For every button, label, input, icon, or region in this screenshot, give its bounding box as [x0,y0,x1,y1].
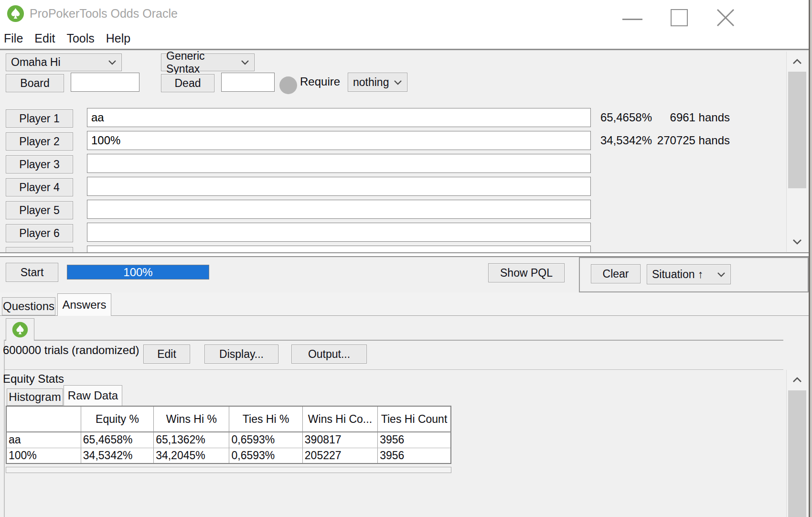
show-pql-button[interactable]: Show PQL [488,263,565,282]
output-button-label: Output... [308,348,350,361]
menu-tools[interactable]: Tools [66,32,94,45]
setup-scrollbar[interactable] [786,52,808,252]
output-button[interactable]: Output... [291,345,367,364]
show-pql-label: Show PQL [500,267,553,280]
game-select[interactable]: Omaha Hi [6,54,122,71]
player-4-input[interactable] [87,177,591,196]
player-1-button[interactable]: Player 1 [6,109,73,128]
game-select-value: Omaha Hi [11,56,61,69]
minimize-icon[interactable] [622,19,642,20]
equity-table-header-row: Equity % Wins Hi % Ties Hi % Wins Hi Co.… [6,406,451,432]
equity-table: Equity % Wins Hi % Ties Hi % Wins Hi Co.… [6,406,451,464]
dead-input[interactable] [221,73,275,92]
player-4-label: Player 4 [19,181,59,194]
app-window: ProPokerTools Odds Oracle File Edit Tool… [0,0,812,517]
player-7-input-clipped[interactable] [87,246,591,253]
board-input[interactable] [71,73,139,92]
require-indicator-icon [279,76,297,94]
board-button[interactable]: Board [6,74,64,92]
tab-questions[interactable]: Questions [2,297,55,315]
maximize-icon[interactable] [671,9,688,26]
player-2-input[interactable] [87,131,591,150]
col-wins-hi[interactable]: Wins Hi % [154,406,229,432]
edit-button-label: Edit [157,348,176,361]
answers-panel: 600000 trials (randomized) Edit Display.… [0,315,812,517]
cell-hand[interactable]: 100% [6,448,81,463]
answers-scrollbar[interactable] [786,370,808,517]
table-horizontal-scrollbar[interactable] [6,467,451,473]
progress-value: 100% [123,266,152,279]
player-2-button[interactable]: Player 2 [6,132,73,151]
situation-select[interactable]: Situation ↑ [647,264,731,284]
tab-histogram[interactable]: Histogram [7,388,63,406]
player-7-button-clipped[interactable] [6,247,73,253]
col-hand[interactable] [6,406,81,432]
start-button-label: Start [21,266,44,279]
require-select[interactable]: nothing [348,73,407,92]
player-2-equity: 34,5342% [590,133,652,148]
setup-scrollbar-thumb[interactable] [788,72,806,188]
display-button[interactable]: Display... [204,345,278,364]
cell-wins-hi-count[interactable]: 390817 [302,432,377,448]
result-tab[interactable] [6,318,34,341]
edit-button[interactable]: Edit [143,345,190,364]
cell-ties-hi-count[interactable]: 3956 [378,432,451,448]
syntax-select[interactable]: Generic Syntax [161,54,255,71]
cell-equity[interactable]: 34,5342% [81,448,153,463]
menu-help[interactable]: Help [106,32,130,45]
scroll-down-icon[interactable] [787,234,808,250]
require-label: Require [300,75,340,88]
setup-panel: Omaha Hi Generic Syntax Board Dead Requi… [0,50,812,253]
player-3-button[interactable]: Player 3 [6,155,73,173]
chevron-down-icon [108,60,117,65]
syntax-select-value: Generic Syntax [166,50,241,75]
tab-answers[interactable]: Answers [57,293,111,316]
player-5-label: Player 5 [19,204,59,217]
display-button-label: Display... [219,348,264,361]
start-button[interactable]: Start [6,263,58,282]
board-button-label: Board [20,77,49,90]
cell-ties-hi[interactable]: 0,6593% [229,432,302,448]
clear-button[interactable]: Clear [591,264,641,283]
col-ties-hi-count[interactable]: Ties Hi Count [378,406,451,432]
player-5-input[interactable] [87,200,591,219]
cell-ties-hi[interactable]: 0,6593% [229,448,302,463]
dead-button[interactable]: Dead [161,74,214,92]
col-wins-hi-count[interactable]: Wins Hi Co... [302,406,377,432]
cell-equity[interactable]: 65,4658% [81,432,153,448]
player-1-input[interactable] [87,108,591,127]
col-equity[interactable]: Equity % [81,406,153,432]
answers-scrollbar-thumb[interactable] [788,390,806,517]
situation-select-value: Situation ↑ [652,268,703,281]
player-4-button[interactable]: Player 4 [6,178,73,196]
app-logo-icon [7,5,24,22]
tab-answers-label: Answers [62,298,106,312]
player-6-label: Player 6 [19,227,59,240]
player-5-button[interactable]: Player 5 [6,201,73,219]
chevron-down-icon [717,272,726,277]
player-6-button[interactable]: Player 6 [6,224,73,242]
window-border-highlight [810,0,812,517]
cell-hand[interactable]: aa [6,432,81,448]
menu-file[interactable]: File [4,32,23,45]
title-bar: ProPokerTools Odds Oracle [0,0,812,29]
action-bar: Start 100% Show PQL Clear Situation ↑ [0,256,812,292]
menu-edit[interactable]: Edit [34,32,55,45]
player-6-input[interactable] [87,223,591,242]
clear-button-label: Clear [603,268,629,280]
scroll-up-icon[interactable] [787,372,808,388]
col-ties-hi[interactable]: Ties Hi % [229,406,302,432]
close-icon[interactable] [714,6,737,29]
scroll-up-icon[interactable] [787,54,808,70]
player-2-hands: 270725 hands [655,133,730,148]
tab-raw-data[interactable]: Raw Data [64,385,122,406]
cell-wins-hi-count[interactable]: 205227 [302,448,377,463]
cell-wins-hi[interactable]: 34,2045% [154,448,229,463]
progress-bar: 100% [67,265,209,280]
qa-tab-strip: Questions Answers [0,292,812,315]
player-3-input[interactable] [87,154,591,173]
trials-divider [4,369,783,370]
cell-wins-hi[interactable]: 65,1362% [154,432,229,448]
dead-button-label: Dead [175,77,201,90]
cell-ties-hi-count[interactable]: 3956 [378,448,451,463]
